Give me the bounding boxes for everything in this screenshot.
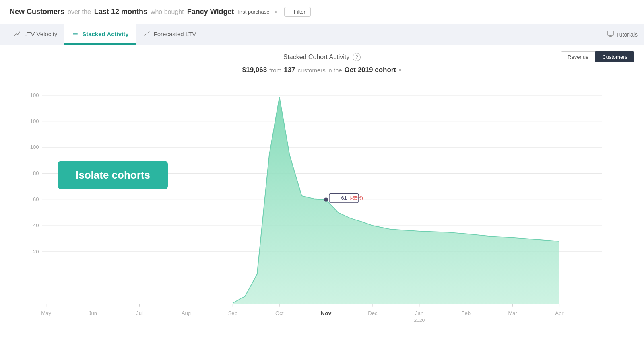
product-label: Fancy Widget [187,8,234,16]
svg-text:20: 20 [33,249,39,254]
chart-info-icon[interactable]: ? [353,53,361,61]
tab-ltv-velocity-label: LTV Velocity [24,31,57,37]
tooltip-percent: (-55%) [350,196,363,200]
svg-text:Feb: Feb [461,311,471,316]
chart-toggle: Revenue Customers [561,51,634,62]
cohort-revenue: $19,063 [242,66,267,74]
revenue-toggle-button[interactable]: Revenue [561,51,595,62]
svg-text:Nov: Nov [321,311,332,316]
crosshair-dot [324,198,328,202]
product-close-icon[interactable]: × [275,9,278,15]
header-bar: New Customers over the Last 12 months wh… [0,0,644,24]
svg-text:2020: 2020 [414,317,425,322]
svg-text:Apr: Apr [555,311,563,316]
svg-rect-1 [73,34,78,35]
forecast-icon [143,30,151,37]
tab-stacked-activity[interactable]: Stacked Activity [64,24,136,45]
svg-text:40: 40 [33,223,39,228]
cohort-from-label: from [269,67,281,74]
svg-text:100: 100 [30,145,39,150]
isolate-cohorts-button[interactable]: Isolate cohorts [58,161,168,189]
customers-toggle-button[interactable]: Customers [595,51,634,62]
chart-title: Stacked Cohort Activity [283,53,350,61]
svg-rect-2 [608,31,613,35]
svg-text:Aug: Aug [182,311,191,316]
tutorials-label: Tutorials [616,31,638,38]
who-bought-label: who bought [151,8,184,16]
tutorials-icon [607,31,614,38]
svg-text:Jul: Jul [136,311,143,316]
svg-text:Mar: Mar [508,311,517,316]
svg-text:Jun: Jun [89,311,97,316]
tab-forecasted-ltv-label: Forecasted LTV [154,31,196,37]
svg-text:100: 100 [30,119,39,124]
tab-forecasted-ltv[interactable]: Forecasted LTV [136,24,204,45]
tooltip-value: 61 [341,195,347,200]
chart-area [233,97,559,304]
tutorials-button[interactable]: Tutorials [607,31,638,38]
purchase-type-badge[interactable]: first purchase [237,9,270,15]
cohort-customers-label: customers in the [298,67,342,74]
period-label: Last 12 months [94,8,147,16]
chart-header: Stacked Cohort Activity ? Revenue Custom… [10,53,634,61]
cohort-info: $19,063 from 137 customers in the Oct 20… [10,66,634,74]
svg-text:May: May [41,311,51,316]
tab-stacked-activity-label: Stacked Activity [82,31,128,37]
main-area: Stacked Cohort Activity ? Revenue Custom… [0,45,644,362]
svg-text:Dec: Dec [368,311,377,316]
cohort-period: Oct 2019 cohort [345,66,396,74]
svg-text:100: 100 [30,93,39,98]
new-customers-label: New Customers [10,8,64,16]
chart-svg: 100 100 100 80 60 40 20 61 [10,80,634,341]
tab-ltv-velocity[interactable]: LTV Velocity [6,24,64,45]
chart-line-icon [14,30,21,37]
svg-text:80: 80 [33,171,39,176]
svg-text:Sep: Sep [228,311,237,316]
svg-text:Oct: Oct [275,311,284,316]
cohort-count: 137 [284,66,295,74]
svg-text:60: 60 [33,197,39,202]
svg-rect-0 [73,33,78,34]
cohort-close-icon[interactable]: × [398,67,402,73]
layers-icon [72,30,79,37]
chart-container: Isolate cohorts 100 100 100 80 60 40 20 [10,80,634,341]
over-the-label: over the [68,8,91,16]
svg-text:Jan: Jan [415,311,423,316]
tab-bar: LTV Velocity Stacked Activity Forecasted… [0,24,644,45]
filter-button[interactable]: + Filter [284,7,311,17]
